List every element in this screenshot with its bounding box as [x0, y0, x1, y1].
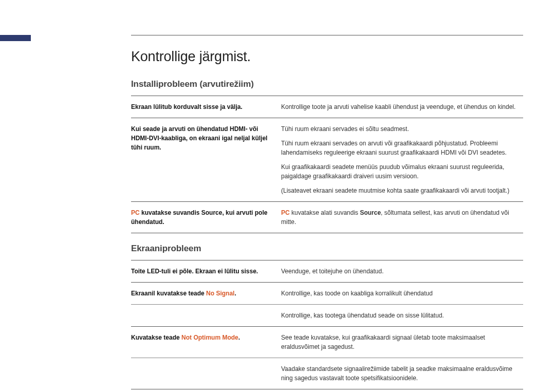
issue-cell: Toite LED-tuli ei põle. Ekraan ei lülitu… [131, 260, 281, 283]
section-heading: Ekraaniprobleem [131, 244, 523, 254]
table-row: Toite LED-tuli ei põle. Ekraan ei lülitu… [131, 260, 523, 283]
solution-cell: See teade kuvatakse, kui graafikakaardi … [281, 327, 523, 358]
solution-cell: Vaadake standardsete signaalirežiimide t… [281, 358, 523, 389]
table-row: Kontrollige, kas tootega ühendatud seade… [131, 305, 523, 327]
table-row: Ekraanil kuvatakse teade No Signal.Kontr… [131, 283, 523, 305]
page-tab-marker [0, 35, 31, 41]
table-row: Vaadake standardsete signaalirežiimide t… [131, 358, 523, 389]
troubleshoot-table: Ekraan lülitub korduvalt sisse ja välja.… [131, 96, 523, 233]
solution-cell: Kontrollige, kas toode on kaabliga korra… [281, 283, 523, 305]
solution-cell: Kontrollige, kas tootega ühendatud seade… [281, 305, 523, 327]
table-row: Ekraan lülitub korduvalt sisse ja välja.… [131, 96, 523, 118]
table-row: Kui seade ja arvuti on ühendatud HDMI- v… [131, 118, 523, 202]
solution-cell: Veenduge, et toitejuhe on ühendatud. [281, 260, 523, 283]
issue-cell [131, 358, 281, 389]
page-content: Kontrollige järgmist. Installiprobleem (… [131, 49, 523, 392]
issue-cell [131, 305, 281, 327]
solution-paragraph: Veenduge, et toitejuhe on ühendatud. [281, 267, 519, 276]
issue-cell: Ekraanil kuvatakse teade No Signal. [131, 283, 281, 305]
solution-paragraph: Tühi ruum ekraani servades ei sõltu sead… [281, 124, 519, 134]
issue-cell: Ekraan lülitub korduvalt sisse ja välja. [131, 96, 281, 118]
issue-cell: Kui seade ja arvuti on ühendatud HDMI- v… [131, 118, 281, 202]
page-title: Kontrollige järgmist. [131, 49, 523, 65]
solution-paragraph: Kontrollige, kas tootega ühendatud seade… [281, 311, 519, 320]
solution-paragraph: See teade kuvatakse, kui graafikakaardi … [281, 333, 519, 351]
table-row: Ekraanil olevad kujutised tunduvad moonu… [131, 389, 523, 393]
top-rule [131, 35, 523, 35]
solution-paragraph: Kontrollige, kas toode on kaabliga korra… [281, 289, 519, 298]
table-row: Kuvatakse teade Not Optimum Mode.See tea… [131, 327, 523, 358]
troubleshoot-table: Toite LED-tuli ei põle. Ekraan ei lülitu… [131, 260, 523, 392]
solution-paragraph: Vaadake standardsete signaalirežiimide t… [281, 364, 519, 383]
issue-cell: PC kuvatakse suvandis Source, kui arvuti… [131, 202, 281, 233]
solution-paragraph: (Lisateavet ekraani seadete muutmise koh… [281, 186, 519, 195]
issue-cell: Ekraanil olevad kujutised tunduvad moonu… [131, 389, 281, 393]
section-heading: Installiprobleem (arvutirežiim) [131, 79, 523, 89]
solution-paragraph: Kontrollige toote ja arvuti vahelise kaa… [281, 102, 519, 111]
solution-cell: Tühi ruum ekraani servades ei sõltu sead… [281, 118, 523, 202]
table-row: PC kuvatakse suvandis Source, kui arvuti… [131, 202, 523, 233]
solution-paragraph: Tühi ruum ekraani servades on arvuti või… [281, 139, 519, 157]
solution-cell: Kontrollige toote ja arvuti vahelise kaa… [281, 96, 523, 118]
solution-cell: Kontrollige toote kaabliühendust. [281, 389, 523, 393]
issue-cell: Kuvatakse teade Not Optimum Mode. [131, 327, 281, 358]
solution-cell: PC kuvatakse alati suvandis Source, sõlt… [281, 202, 523, 233]
solution-paragraph: Kui graafikakaardi seadete menüüs puudub… [281, 162, 519, 181]
